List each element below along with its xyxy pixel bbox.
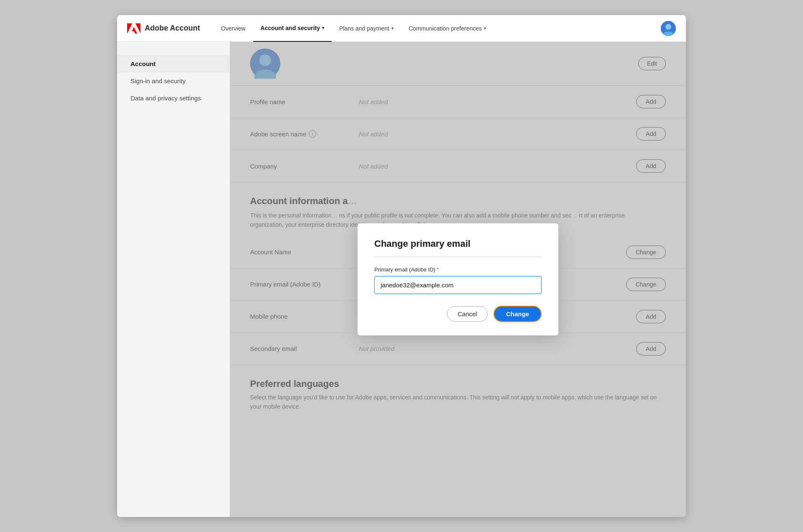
modal-actions: Cancel Change [374, 306, 542, 322]
sidebar: Account Sign-in and security Data and pr… [117, 42, 230, 517]
change-button[interactable]: Change [494, 306, 542, 322]
main-content: Edit Profile name Not added Add Adobe sc… [230, 42, 686, 517]
nav-account-security[interactable]: Account and security ▾ [253, 15, 332, 42]
chevron-down-icon: ▾ [391, 26, 394, 31]
modal-title: Change primary email [374, 238, 542, 249]
chevron-down-icon: ▾ [484, 26, 486, 31]
avatar[interactable] [661, 21, 676, 36]
chevron-down-icon: ▾ [322, 26, 324, 30]
logo-area[interactable]: Adobe Account [127, 23, 200, 34]
nav-overview[interactable]: Overview [213, 15, 253, 42]
logo-text: Adobe Account [145, 24, 200, 33]
adobe-logo-icon [127, 23, 141, 34]
nav-links: Overview Account and security ▾ Plans an… [213, 15, 647, 42]
modal-divider [374, 257, 542, 257]
primary-email-input[interactable] [374, 276, 542, 294]
sidebar-item-account[interactable]: Account [117, 55, 230, 72]
cancel-button[interactable]: Cancel [447, 306, 488, 322]
sidebar-item-signin[interactable]: Sign-in and security [117, 72, 230, 90]
modal-email-label: Primary email (Adobe ID)* [374, 266, 542, 273]
page-layout: Account Sign-in and security Data and pr… [117, 42, 686, 517]
modal-overlay: Change primary email Primary email (Adob… [230, 42, 686, 517]
top-nav: Adobe Account Overview Account and secur… [117, 15, 686, 42]
nav-communication[interactable]: Communication preferences ▾ [401, 15, 494, 42]
svg-point-1 [665, 24, 671, 30]
nav-plans-payment[interactable]: Plans and payment ▾ [332, 15, 401, 42]
change-primary-email-modal: Change primary email Primary email (Adob… [358, 223, 558, 335]
required-indicator: * [437, 266, 439, 273]
sidebar-item-data-privacy[interactable]: Data and privacy settings [117, 90, 230, 107]
